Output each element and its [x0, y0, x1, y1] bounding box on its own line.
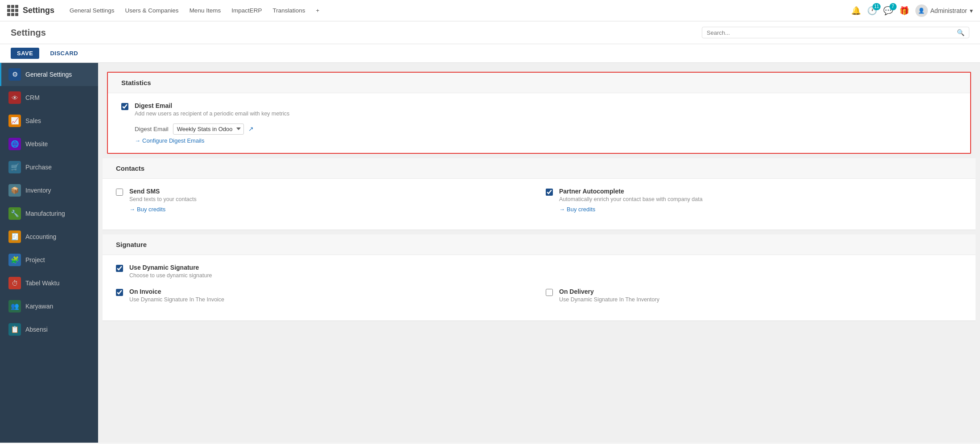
sidebar-item-absensi[interactable]: 📋 Absensi	[0, 318, 98, 341]
configure-digest-link[interactable]: → Configure Digest Emails	[135, 137, 204, 144]
manufacturing-icon: 🔧	[8, 207, 21, 220]
signature-section: Signature Use Dynamic Signature Choose t…	[103, 234, 976, 321]
digest-email-select[interactable]: Weekly Stats in Odoo	[173, 123, 244, 135]
search-bar[interactable]: 🔍	[702, 27, 969, 38]
signature-title: Signature	[116, 241, 962, 248]
partner-autocomplete-content: Partner Autocomplete Automatically enric…	[559, 188, 962, 213]
sidebar-item-sales[interactable]: 📈 Sales	[0, 109, 98, 132]
general-settings-icon: ⚙	[8, 68, 21, 81]
use-dynamic-sig-content: Use Dynamic Signature Choose to use dyna…	[129, 264, 962, 280]
sidebar-item-inventory[interactable]: 📦 Inventory	[0, 179, 98, 202]
signature-body: Use Dynamic Signature Choose to use dyna…	[103, 255, 976, 321]
sidebar-label-accounting: Accounting	[25, 233, 56, 240]
sidebar-item-tabel-waktu[interactable]: ⏱ Tabel Waktu	[0, 271, 98, 295]
sidebar-label-project: Project	[25, 256, 45, 263]
sidebar: ⚙ General Settings 👁 CRM 📈 Sales 🌐 Websi…	[0, 63, 98, 443]
main-layout: ⚙ General Settings 👁 CRM 📈 Sales 🌐 Websi…	[0, 63, 980, 443]
grid-icon[interactable]	[7, 5, 18, 16]
send-sms-label: Send SMS	[129, 188, 532, 195]
sidebar-label-website: Website	[25, 140, 48, 148]
chat-icon-btn[interactable]: 💬 7	[883, 6, 893, 16]
arrow-right-icon-partner: →	[559, 206, 565, 213]
content-area: Statistics Digest Email Add new users as…	[98, 63, 980, 443]
nav-translations[interactable]: Translations	[268, 4, 309, 16]
buy-credits-partner-link[interactable]: → Buy credits	[559, 206, 595, 213]
nav-menu-items[interactable]: Menu Items	[185, 4, 226, 16]
sales-icon: 📈	[8, 115, 21, 127]
use-dynamic-sig-checkbox[interactable]	[116, 265, 123, 272]
statistics-title: Statistics	[121, 79, 957, 86]
search-input[interactable]	[707, 29, 957, 36]
top-navigation: Settings General Settings Users & Compan…	[0, 0, 980, 21]
nav-add[interactable]: +	[311, 4, 324, 16]
send-sms-desc: Send texts to your contacts	[129, 196, 532, 204]
buy-credits-sms-label: Buy credits	[137, 206, 165, 213]
chevron-down-icon: ▾	[970, 7, 973, 14]
chat-badge: 7	[889, 3, 897, 10]
use-dynamic-sig-row: Use Dynamic Signature Choose to use dyna…	[116, 264, 962, 280]
sidebar-item-karyawan[interactable]: 👥 Karyawan	[0, 295, 98, 318]
contacts-body: Send SMS Send texts to your contacts → B…	[103, 179, 976, 230]
send-sms-checkbox[interactable]	[116, 189, 123, 196]
partner-autocomplete-desc: Automatically enrich your contact base w…	[559, 196, 962, 204]
statistics-section-header: Statistics	[108, 73, 970, 93]
discard-button[interactable]: DISCARD	[44, 48, 84, 59]
partner-autocomplete-label: Partner Autocomplete	[559, 188, 962, 195]
digest-email-label: Digest Email	[135, 102, 957, 109]
nav-impacterp[interactable]: ImpactERP	[227, 4, 266, 16]
website-icon: 🌐	[8, 138, 21, 150]
partner-autocomplete-checkbox[interactable]	[546, 189, 553, 196]
external-link-icon[interactable]: ↗	[248, 125, 254, 132]
sidebar-label-absensi: Absensi	[25, 326, 48, 333]
contacts-title: Contacts	[116, 164, 962, 172]
sidebar-label-inventory: Inventory	[25, 187, 51, 194]
save-button[interactable]: SAVE	[11, 48, 39, 59]
sidebar-label-crm: CRM	[25, 94, 40, 101]
signature-two-col: On Invoice Use Dynamic Signature In The …	[116, 288, 962, 312]
sidebar-label-general-settings: General Settings	[25, 71, 72, 78]
partner-autocomplete-row: Partner Autocomplete Automatically enric…	[546, 188, 962, 221]
app-title: Settings	[23, 6, 54, 15]
search-icon: 🔍	[957, 29, 964, 36]
bell-icon-btn[interactable]: 🔔	[851, 6, 861, 16]
nav-general-settings[interactable]: General Settings	[65, 4, 119, 16]
digest-email-checkbox[interactable]	[121, 103, 128, 110]
buy-credits-sms-link[interactable]: → Buy credits	[129, 206, 165, 213]
on-delivery-label: On Delivery	[559, 288, 962, 295]
user-menu[interactable]: 👤 Administrator ▾	[915, 4, 973, 17]
digest-email-desc: Add new users as recipient of a periodic…	[135, 110, 957, 118]
app-logo[interactable]: Settings	[7, 5, 54, 16]
absensi-icon: 📋	[8, 323, 21, 336]
avatar: 👤	[915, 4, 928, 17]
digest-field-label: Digest Email	[135, 126, 169, 132]
send-sms-row: Send SMS Send texts to your contacts → B…	[116, 188, 532, 213]
tabel-icon: ⏱	[8, 277, 21, 289]
sidebar-item-purchase[interactable]: 🛒 Purchase	[0, 156, 98, 179]
sidebar-item-accounting[interactable]: 🧾 Accounting	[0, 225, 98, 248]
arrow-right-icon-sms: →	[129, 206, 135, 213]
statistics-section: Statistics Digest Email Add new users as…	[107, 72, 971, 154]
on-invoice-row: On Invoice Use Dynamic Signature In The …	[116, 288, 532, 304]
sidebar-label-sales: Sales	[25, 117, 41, 124]
action-bar: SAVE DISCARD	[0, 44, 980, 63]
sidebar-item-manufacturing[interactable]: 🔧 Manufacturing	[0, 202, 98, 225]
on-invoice-checkbox[interactable]	[116, 289, 123, 296]
on-invoice-label: On Invoice	[129, 288, 532, 295]
project-icon: 🧩	[8, 254, 21, 266]
clock-icon-btn[interactable]: 🕐 11	[867, 6, 877, 16]
sidebar-item-crm[interactable]: 👁 CRM	[0, 86, 98, 109]
karyawan-icon: 👥	[8, 300, 21, 312]
buy-credits-partner-label: Buy credits	[567, 206, 595, 213]
contacts-section: Contacts Send SMS Send texts to your con…	[103, 158, 976, 230]
sidebar-item-project[interactable]: 🧩 Project	[0, 248, 98, 271]
sidebar-item-general-settings[interactable]: ⚙ General Settings	[0, 63, 98, 86]
sidebar-item-website[interactable]: 🌐 Website	[0, 132, 98, 156]
purchase-icon: 🛒	[8, 161, 21, 173]
sidebar-label-manufacturing: Manufacturing	[25, 210, 65, 217]
gift-icon-btn[interactable]: 🎁	[899, 6, 909, 16]
top-nav-right: 🔔 🕐 11 💬 7 🎁 👤 Administrator ▾	[851, 4, 973, 17]
nav-users-companies[interactable]: Users & Companies	[121, 4, 183, 16]
on-delivery-checkbox[interactable]	[546, 289, 553, 296]
send-sms-content: Send SMS Send texts to your contacts → B…	[129, 188, 532, 213]
digest-email-content: Digest Email Add new users as recipient …	[135, 102, 957, 144]
